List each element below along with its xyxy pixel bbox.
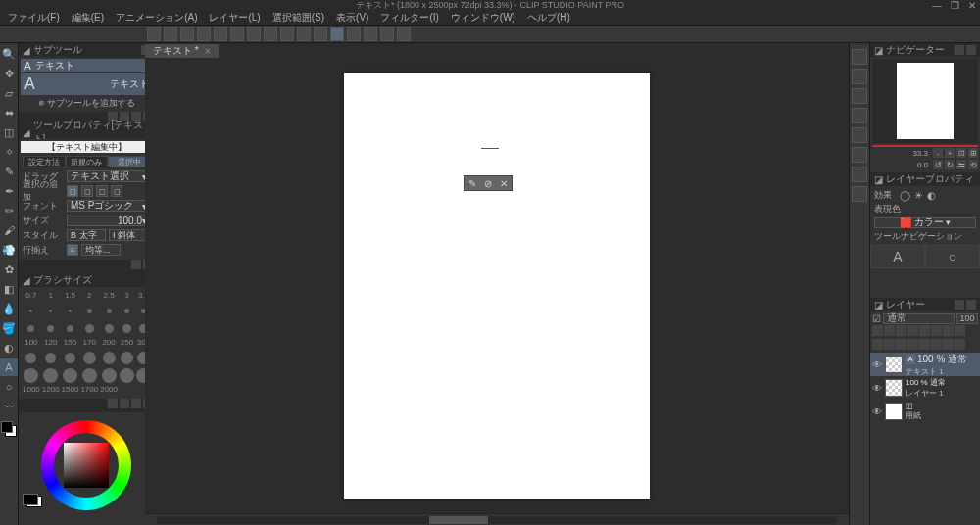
brush-tool-icon[interactable]: 🖌 (0, 221, 18, 239)
brush-dot[interactable] (23, 367, 40, 383)
layer-tool-icon[interactable] (872, 339, 883, 350)
cmd-icon[interactable] (330, 27, 344, 41)
blend-tool-icon[interactable]: 💧 (0, 300, 18, 317)
cmd-icon[interactable] (364, 27, 377, 41)
toolnav-object-icon[interactable]: ○ (925, 245, 980, 268)
panel-btn-icon[interactable] (131, 399, 141, 408)
visibility-icon[interactable]: 👁 (872, 383, 882, 394)
cancel-icon[interactable]: ✕ (500, 178, 508, 189)
material-icon[interactable] (852, 186, 867, 202)
menu-edit[interactable]: 編集(E) (68, 11, 108, 24)
pen-tool-icon[interactable]: ✒ (0, 182, 18, 200)
brush-dot[interactable] (23, 320, 40, 336)
material-icon[interactable] (852, 127, 867, 143)
confirm-icon[interactable]: ⊘ (484, 178, 492, 189)
zoom-out-icon[interactable]: - (933, 148, 943, 158)
cmd-icon[interactable] (197, 27, 211, 41)
close-tab-icon[interactable]: × (205, 46, 211, 57)
move-layer-tool-icon[interactable]: ⬌ (0, 104, 18, 121)
fg-bg-swatch[interactable] (23, 494, 42, 507)
navigator-preview[interactable] (872, 59, 978, 143)
brush-dot[interactable] (23, 350, 40, 365)
eyedropper-tool-icon[interactable]: ✎ (0, 163, 18, 180)
layer-tool-icon[interactable] (931, 325, 942, 336)
seladd-new-icon[interactable]: ◻ (67, 185, 78, 197)
operation-tool-icon[interactable]: ▱ (0, 84, 18, 102)
color-wheel[interactable] (41, 420, 131, 510)
brush-dot[interactable] (42, 367, 60, 383)
zoom-tool-icon[interactable]: 🔍 (0, 45, 18, 63)
toolnav-text-icon[interactable]: A (870, 245, 925, 268)
menu-help[interactable]: ヘルプ(H) (523, 11, 574, 24)
brush-dot[interactable] (120, 367, 134, 383)
rot-cw-icon[interactable]: ↻ (945, 160, 955, 169)
menu-view[interactable]: 表示(V) (332, 11, 372, 24)
cmd-icon[interactable] (180, 27, 194, 41)
layer-tool-icon[interactable] (943, 325, 954, 336)
layer-tool-icon[interactable] (896, 339, 906, 350)
effect-btn-icon[interactable]: ◯ (900, 190, 910, 201)
brush-dot[interactable] (23, 303, 40, 318)
menu-filter[interactable]: フィルター(I) (376, 11, 442, 24)
close-button[interactable]: ✕ (966, 0, 978, 11)
panel-btn-icon[interactable] (120, 399, 129, 408)
wand-tool-icon[interactable]: ✧ (0, 143, 18, 161)
material-icon[interactable] (852, 147, 867, 163)
fit-icon[interactable]: ⊡ (956, 148, 966, 158)
cmd-icon[interactable] (314, 27, 327, 41)
cmd-icon[interactable] (264, 27, 277, 41)
panel-btn-icon[interactable] (955, 300, 964, 310)
menu-selection[interactable]: 選択範囲(S) (269, 11, 328, 24)
size-input[interactable]: 100.0▾ (67, 215, 151, 226)
tab-new[interactable]: 新規のみ (66, 156, 109, 167)
material-icon[interactable] (852, 69, 867, 84)
pencil-tool-icon[interactable]: ✏ (0, 202, 18, 219)
effect-btn-icon[interactable]: ☀ (914, 190, 923, 201)
layer-tool-icon[interactable] (955, 339, 965, 350)
brush-dot[interactable] (42, 350, 60, 365)
panel-btn-icon[interactable] (131, 260, 141, 269)
blend-mode-select[interactable]: 通常 (883, 313, 955, 324)
cmd-icon[interactable] (297, 27, 311, 41)
eraser-tool-icon[interactable]: ◧ (0, 280, 18, 298)
panel-btn-icon[interactable] (966, 300, 976, 310)
drag-select[interactable]: テキスト選択▾ (67, 170, 151, 182)
brush-dot[interactable] (42, 303, 60, 318)
brush-dot[interactable] (120, 350, 134, 365)
opacity-input[interactable]: 100 (956, 313, 978, 324)
airbrush-tool-icon[interactable]: 💨 (0, 241, 18, 259)
brush-dot[interactable] (62, 350, 79, 365)
brush-dot[interactable] (62, 320, 79, 336)
visibility-icon[interactable]: 👁 (872, 359, 882, 370)
layer-tool-icon[interactable] (919, 325, 930, 336)
layer-row[interactable]: 👁 A100 % 通常テキスト 1 (870, 353, 980, 376)
menu-file[interactable]: ファイル(F) (4, 11, 64, 24)
panel-btn-icon[interactable] (966, 45, 976, 55)
minimize-button[interactable]: — (931, 0, 943, 11)
brush-dot[interactable] (100, 320, 118, 336)
sv-box[interactable] (64, 443, 109, 488)
gradient-tool-icon[interactable]: ◐ (0, 339, 18, 357)
layer-tool-icon[interactable] (919, 339, 930, 350)
layer-tool-icon[interactable] (907, 325, 918, 336)
visibility-icon[interactable]: 👁 (872, 406, 882, 417)
actual-icon[interactable]: ⊞ (968, 148, 978, 158)
brush-dot[interactable] (100, 350, 118, 365)
cmd-icon[interactable] (347, 27, 361, 41)
color-mode-select[interactable]: 🟥 カラー ▾ (874, 217, 976, 228)
brush-dot[interactable] (80, 303, 98, 318)
edit-icon[interactable]: ✎ (468, 178, 476, 189)
layer-tool-icon[interactable] (943, 339, 954, 350)
align-select[interactable]: 均等... (81, 244, 121, 256)
cmd-icon[interactable] (380, 27, 394, 41)
material-icon[interactable] (852, 167, 867, 182)
blend-icon[interactable]: ☑ (872, 313, 881, 324)
scroll-thumb[interactable] (429, 516, 488, 524)
brush-dot[interactable] (100, 303, 118, 318)
layer-tool-icon[interactable] (884, 339, 895, 350)
tab-settings[interactable]: 設定方法 (23, 156, 66, 167)
rotate-value[interactable]: 0.0 (914, 160, 931, 169)
reset-icon[interactable]: ⟲ (968, 160, 978, 169)
zoom-in-icon[interactable]: + (945, 148, 955, 158)
layer-tool-icon[interactable] (907, 339, 918, 350)
